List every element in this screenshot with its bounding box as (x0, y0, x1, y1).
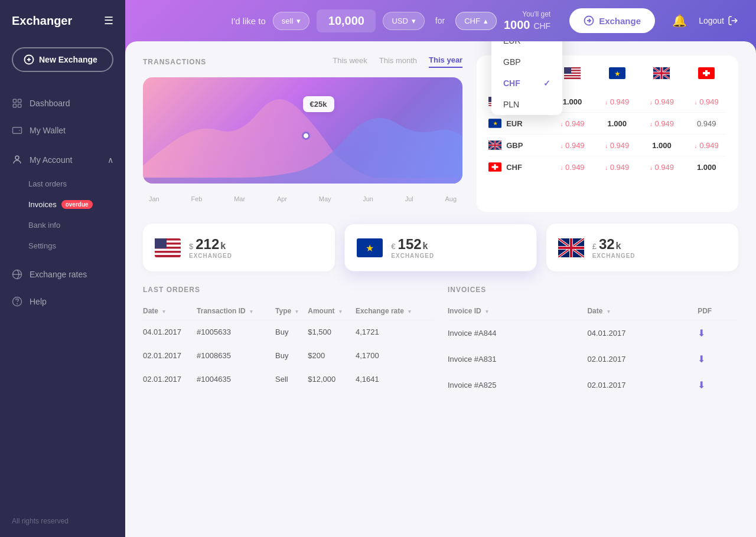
invoices-title: INVOICES (448, 286, 738, 294)
sidebar-item-last-orders[interactable]: Last orders (28, 173, 125, 194)
download-icon[interactable]: ⬇ (698, 380, 705, 390)
sidebar-item-wallet[interactable]: My Wallet (0, 117, 125, 144)
content-area: USD EUR GBP CHF ✓ PLN TRANSACTIONS (125, 41, 756, 537)
arrow-down-icon: ↓ (605, 99, 608, 106)
sidebar-item-bank-info[interactable]: Bank info (28, 215, 125, 235)
svg-point-12 (17, 303, 18, 304)
arrow-down-icon: ↓ (650, 121, 653, 127)
svg-rect-25 (564, 67, 571, 74)
exchange-amount-input[interactable] (317, 9, 376, 32)
invoice-row-3: Invoice #A825 02.01.2017 ⬇ (448, 372, 738, 398)
usd-card-flag (155, 238, 181, 257)
currency-card-usd[interactable]: $ 212 k EXCHANGED (143, 224, 335, 271)
logout-button[interactable]: Logout (699, 15, 738, 26)
youll-get-section: You'll get 1000 CHF (504, 10, 550, 32)
sidebar-item-settings[interactable]: Settings (28, 235, 125, 256)
new-exchange-button[interactable]: New Exchange (12, 47, 113, 72)
svg-rect-5 (13, 104, 16, 107)
dropdown-item-eur[interactable]: EUR (491, 41, 562, 51)
eur-card-flag: ★ (357, 238, 383, 257)
sort-icon: ▾ (250, 309, 253, 315)
order-exchange-rate: 4,1641 (356, 368, 434, 391)
order-date: 04.01.2017 (143, 320, 197, 344)
filter-this-year[interactable]: This year (429, 55, 462, 68)
dropdown-item-gbp[interactable]: GBP (491, 51, 562, 73)
usd-symbol: $ (189, 242, 193, 251)
chart-tooltip: €25k (303, 96, 334, 112)
col-amount[interactable]: Amount ▾ (308, 302, 356, 320)
sidebar-item-label: Help (30, 297, 47, 306)
sort-icon: ▾ (408, 309, 411, 315)
from-currency-select[interactable]: USD ▾ (383, 12, 424, 30)
arrow-down-icon: ↓ (605, 143, 608, 149)
sidebar-item-account[interactable]: My Account ∧ (0, 146, 125, 173)
arrow-down-icon: ↓ (695, 143, 698, 149)
transactions-title: TRANSACTIONS (143, 58, 206, 66)
exchange-bar: I'd like to sell ▾ USD ▾ for CHF ▴ You'l… (214, 8, 672, 33)
currency-card-gbp[interactable]: £ 32 k EXCHANGED (546, 224, 738, 271)
er-flag-ch (686, 67, 726, 79)
svg-text:★: ★ (614, 70, 620, 78)
sub-item-label: Bank info (28, 221, 60, 230)
notification-icon[interactable]: 🔔 (672, 14, 687, 28)
order-amount: $1,500 (308, 320, 356, 344)
account-section: My Account ∧ Last orders Invoices overdu… (0, 146, 125, 256)
sidebar-item-exchange-rates[interactable]: Exchange rates (0, 261, 125, 288)
sort-icon: ▾ (295, 309, 298, 315)
dashboard-icon (12, 98, 22, 109)
invoices-section: INVOICES Invoice ID ▾ Date ▾ PDF Invoice… (448, 286, 738, 398)
usd-amount: 212 (195, 236, 219, 253)
order-date: 02.01.2017 (143, 368, 197, 391)
sub-item-label: Last orders (28, 179, 67, 188)
download-icon[interactable]: ⬇ (698, 354, 705, 364)
dropdown-item-chf[interactable]: CHF ✓ (491, 73, 562, 94)
chevron-down-icon: ▾ (412, 17, 416, 25)
col-type[interactable]: Type ▾ (275, 302, 308, 320)
filter-this-month[interactable]: This month (379, 56, 417, 67)
gb-flag-icon (653, 67, 670, 79)
sidebar-item-invoices[interactable]: Invoices overdue (28, 194, 125, 215)
order-amount: $12,000 (308, 368, 356, 391)
sort-icon: ▾ (339, 309, 342, 315)
col-invoice-id[interactable]: Invoice ID ▾ (448, 302, 587, 320)
gbp-amount: 32 (599, 236, 615, 253)
to-currency-select[interactable]: CHF ▴ (455, 12, 497, 30)
col-date[interactable]: Date ▾ (143, 302, 197, 320)
chevron-up-icon: ∧ (107, 155, 113, 165)
order-row-2: 02.01.2017 #1008635 Buy $200 4,1700 (143, 344, 434, 368)
sidebar: Exchanger ☰ New Exchange Dashboard My Wa… (0, 0, 125, 537)
eur-label: EXCHANGED (391, 253, 434, 259)
svg-rect-23 (564, 76, 581, 77)
download-icon[interactable]: ⬇ (698, 328, 705, 338)
col-invoice-date[interactable]: Date ▾ (587, 302, 698, 320)
order-type: Sell (275, 368, 308, 391)
dropdown-item-pln[interactable]: PLN (491, 94, 562, 115)
svg-rect-4 (18, 99, 21, 102)
last-orders-table: Date ▾ Transaction ID ▾ Type ▾ Amount ▾ … (143, 302, 434, 391)
exchange-button[interactable]: Exchange (569, 8, 655, 33)
gbp-label: EXCHANGED (592, 253, 636, 259)
eur-suffix: k (423, 241, 428, 251)
usd-label: EXCHANGED (189, 253, 232, 259)
action-select[interactable]: sell ▾ (273, 12, 310, 30)
order-type: Buy (275, 344, 308, 368)
currency-card-eur[interactable]: ★ € 152 k EXCHANGED (344, 224, 536, 271)
col-transaction-id[interactable]: Transaction ID ▾ (197, 302, 275, 320)
arrow-down-icon: ↓ (695, 99, 698, 106)
er-currency-eur: ★ EUR (488, 119, 548, 128)
sidebar-item-label: Exchange rates (30, 270, 87, 279)
sidebar-item-help[interactable]: Help (0, 288, 125, 315)
sidebar-item-dashboard[interactable]: Dashboard (0, 90, 125, 117)
gbp-flag-icon (488, 140, 501, 150)
col-exchange-rate[interactable]: Exchange rate ▾ (356, 302, 434, 320)
arrow-down-icon: ↓ (650, 165, 653, 171)
order-transaction-id: #1005633 (197, 320, 275, 344)
eu-flag-icon: ★ (609, 67, 625, 79)
sidebar-nav: Dashboard My Wallet My Account ∧ Last or… (0, 90, 125, 315)
filter-this-week[interactable]: This week (333, 56, 367, 67)
menu-icon[interactable]: ☰ (104, 14, 113, 27)
main-area: I'd like to sell ▾ USD ▾ for CHF ▴ You'l… (125, 0, 756, 537)
invoice-date: 02.01.2017 (587, 372, 698, 398)
invoice-id: Invoice #A825 (448, 372, 587, 398)
svg-rect-47 (155, 248, 181, 251)
